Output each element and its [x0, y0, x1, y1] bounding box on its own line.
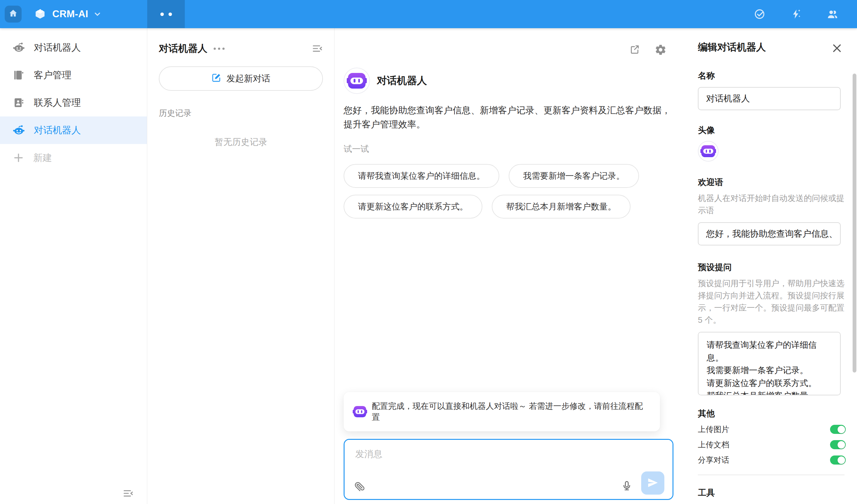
upload-doc-toggle[interactable] — [830, 440, 846, 449]
welcome-input[interactable] — [698, 222, 841, 245]
suggestion-pill[interactable]: 请更新这位客户的联系方式。 — [343, 195, 482, 219]
home-button[interactable] — [5, 6, 22, 22]
suggestion-pill[interactable]: 请帮我查询某位客户的详细信息。 — [343, 164, 499, 188]
bot-header: 对话机器人 — [343, 68, 673, 94]
upload-image-toggle[interactable] — [830, 425, 846, 434]
bot-name: 对话机器人 — [377, 74, 427, 88]
close-icon[interactable] — [831, 42, 843, 54]
toggle-label: 分享对话 — [698, 455, 830, 465]
history-label: 历史记录 — [159, 108, 323, 119]
toggle-label: 上传文档 — [698, 439, 830, 450]
sidebar-new-label: 新建 — [33, 152, 52, 164]
sidebar-item-label: 联系人管理 — [34, 97, 81, 109]
crm-ai-app: CRM-AI — [0, 0, 857, 504]
chevron-down-icon[interactable] — [93, 10, 102, 19]
bot-avatar — [343, 68, 370, 94]
gear-icon[interactable] — [655, 44, 667, 56]
preset-questions-input[interactable]: 请帮我查询某位客户的详细信息。 我需要新增一条客户记录。 请更新这位客户的联系方… — [698, 332, 841, 395]
users-icon[interactable] — [826, 8, 839, 20]
sidebar-new-button[interactable]: 新建 — [0, 144, 147, 172]
name-label: 名称 — [698, 70, 857, 81]
edit-bot-panel: 编辑对话机器人 名称 头像 欢迎语 机器人在对话开始时自动发送的问候或提示语 预… — [687, 28, 857, 504]
new-chat-label: 发起新对话 — [226, 73, 270, 85]
collapse-sidebar-icon[interactable] — [122, 488, 134, 499]
more-icon[interactable] — [214, 48, 224, 50]
sidebar-item-label: 对话机器人 — [34, 124, 81, 137]
bot-avatar-icon — [348, 73, 366, 88]
config-complete-toast: 配置完成，现在可以直接和机器人对话啦～ 若需进一步修改，请前往流程配置 — [343, 392, 660, 431]
check-circle-icon[interactable] — [754, 8, 766, 20]
mic-icon[interactable] — [621, 480, 633, 491]
chat-actions — [629, 44, 667, 56]
chat-area: 对话机器人 您好，我能协助您查询客户信息、新增客户记录、更新客户资料及汇总客户数… — [335, 28, 687, 504]
contacts-icon — [13, 97, 25, 109]
app-logo-icon — [33, 7, 47, 21]
active-app-tab[interactable] — [147, 0, 185, 28]
message-input-container — [343, 439, 673, 500]
edit-panel-scrollbar[interactable] — [853, 73, 856, 372]
robot-icon — [13, 41, 25, 54]
preset-label: 预设提问 — [698, 262, 857, 273]
topbar: CRM-AI — [0, 0, 857, 28]
name-input[interactable] — [698, 87, 841, 110]
customers-icon — [13, 69, 25, 81]
sidebar-item-contacts[interactable]: 联系人管理 — [0, 89, 147, 117]
sparkle-icon[interactable] — [790, 8, 802, 20]
suggestion-row: 请帮我查询某位客户的详细信息。 我需要新增一条客户记录。 — [343, 164, 673, 188]
sidebar-item-label: 客户管理 — [34, 69, 71, 82]
paperclip-icon[interactable] — [354, 481, 365, 492]
toast-message: 配置完成，现在可以直接和机器人对话啦～ 若需进一步修改，请前往流程配置 — [372, 401, 650, 423]
toggle-row-share-chat: 分享对话 — [698, 455, 846, 465]
avatar-label: 头像 — [698, 125, 857, 136]
welcome-message: 您好，我能协助您查询客户信息、新增客户记录、更新客户资料及汇总客户数据，提升客户… — [343, 103, 673, 132]
plus-icon — [13, 152, 24, 164]
other-label: 其他 — [698, 408, 857, 419]
robot-icon — [13, 124, 25, 137]
toggle-label: 上传图片 — [698, 424, 830, 435]
sidebar-item-chatbot[interactable]: 对话机器人 — [0, 34, 147, 62]
suggestion-pill[interactable]: 我需要新增一条客户记录。 — [509, 164, 639, 188]
history-empty-text: 暂无历史记录 — [159, 136, 323, 148]
divider — [698, 474, 844, 475]
collapse-conversations-icon[interactable] — [312, 43, 323, 54]
sidebar: 对话机器人 客户管理 联系人管理 — [0, 28, 147, 504]
conversations-header: 对话机器人 — [159, 42, 323, 55]
sidebar-item-chatbot-active[interactable]: 对话机器人 — [0, 117, 147, 144]
preset-hint: 预设提问用于引导用户，帮助用户快速选择提问方向并进入流程。预设提问按行展示，一行… — [698, 277, 846, 326]
tab-dots-icon — [169, 13, 172, 16]
app-name: CRM-AI — [52, 8, 88, 20]
tools-label: 工具 — [698, 487, 857, 498]
tab-dots-icon — [161, 13, 164, 16]
external-link-icon[interactable] — [629, 44, 640, 56]
welcome-hint: 机器人在对话开始时自动发送的问候或提示语 — [698, 192, 846, 216]
send-icon — [646, 476, 659, 490]
toggle-row-upload-doc: 上传文档 — [698, 439, 846, 450]
try-label: 试一试 — [343, 143, 673, 155]
bot-avatar-icon — [354, 406, 366, 417]
topbar-actions — [754, 8, 839, 20]
new-chat-button[interactable]: 发起新对话 — [159, 66, 323, 91]
bot-avatar-icon — [701, 145, 715, 157]
share-chat-toggle[interactable] — [830, 455, 846, 465]
conversations-title: 对话机器人 — [159, 42, 207, 55]
home-icon — [8, 8, 18, 20]
avatar-picker[interactable] — [698, 141, 719, 161]
send-button[interactable] — [641, 471, 665, 494]
toggle-row-upload-image: 上传图片 — [698, 424, 846, 435]
sidebar-item-customers[interactable]: 客户管理 — [0, 62, 147, 89]
welcome-label: 欢迎语 — [698, 177, 857, 188]
suggestion-pill[interactable]: 帮我汇总本月新增客户数量。 — [492, 195, 631, 219]
compose-icon — [212, 73, 221, 85]
suggestion-row: 请更新这位客户的联系方式。 帮我汇总本月新增客户数量。 — [343, 195, 673, 219]
sidebar-item-label: 对话机器人 — [34, 41, 81, 54]
conversations-panel: 对话机器人 发起新对话 历史记录 暂无历史记录 — [148, 28, 335, 504]
